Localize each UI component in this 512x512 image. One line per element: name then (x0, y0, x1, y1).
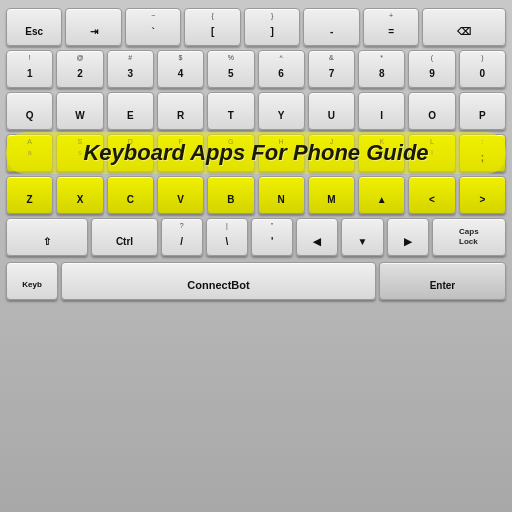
key-u[interactable]: U (308, 92, 355, 130)
bottom-bar: Keyb ConnectBot Enter (6, 262, 506, 300)
key-o[interactable]: O (408, 92, 455, 130)
key-l[interactable]: Ll (408, 134, 455, 172)
key-quote[interactable]: "' (251, 218, 293, 256)
row-2: !1 @2 #3 $4 %5 ^6 &7 *8 (9 )0 (6, 50, 506, 88)
key-8[interactable]: *8 (358, 50, 405, 88)
keyboard-container: Esc ⇥ ~` {[ }] - += ⌫ !1 @2 #3 $4 %5 ^6 … (0, 0, 512, 512)
key-k[interactable]: Kk (358, 134, 405, 172)
key-7[interactable]: &7 (308, 50, 355, 88)
row-6: ⇧ Ctrl ?/ |\ "' ◀ ▼ ▶ CapsLock (6, 218, 506, 256)
key-minus[interactable]: - (303, 8, 359, 46)
key-h[interactable]: Hh (258, 134, 305, 172)
key-r[interactable]: R (157, 92, 204, 130)
key-plus[interactable]: += (363, 8, 419, 46)
row-3: Q W E R T Y U I O P (6, 92, 506, 130)
key-connectbot[interactable]: ConnectBot (61, 262, 376, 300)
key-m[interactable]: M (308, 176, 355, 214)
key-c[interactable]: C (107, 176, 154, 214)
key-tab[interactable]: ⇥ (65, 8, 121, 46)
key-enter[interactable]: Enter (379, 262, 506, 300)
key-2[interactable]: @2 (56, 50, 103, 88)
key-0[interactable]: )0 (459, 50, 506, 88)
key-rbracket[interactable]: }] (244, 8, 300, 46)
key-lbracket[interactable]: {[ (184, 8, 240, 46)
key-p[interactable]: P (459, 92, 506, 130)
key-keyb[interactable]: Keyb (6, 262, 58, 300)
key-backspace[interactable]: ⌫ (422, 8, 506, 46)
key-x[interactable]: X (56, 176, 103, 214)
key-right[interactable]: ▶ (387, 218, 429, 256)
key-up[interactable]: ▲ (358, 176, 405, 214)
key-s[interactable]: Ss (56, 134, 103, 172)
key-backslash[interactable]: |\ (206, 218, 248, 256)
key-langle[interactable]: < (408, 176, 455, 214)
key-semi[interactable]: :; (459, 134, 506, 172)
key-esc[interactable]: Esc (6, 8, 62, 46)
key-9[interactable]: (9 (408, 50, 455, 88)
key-t[interactable]: T (207, 92, 254, 130)
key-q[interactable]: Q (6, 92, 53, 130)
key-z[interactable]: Z (6, 176, 53, 214)
key-g[interactable]: Gg (207, 134, 254, 172)
key-e[interactable]: E (107, 92, 154, 130)
key-6[interactable]: ^6 (258, 50, 305, 88)
key-3[interactable]: #3 (107, 50, 154, 88)
key-w[interactable]: W (56, 92, 103, 130)
key-y[interactable]: Y (258, 92, 305, 130)
key-slash[interactable]: ?/ (161, 218, 203, 256)
key-tilde[interactable]: ~` (125, 8, 181, 46)
key-caps-lock[interactable]: CapsLock (432, 218, 506, 256)
row-1: Esc ⇥ ~` {[ }] - += ⌫ (6, 8, 506, 46)
key-shift[interactable]: ⇧ (6, 218, 88, 256)
key-5[interactable]: %5 (207, 50, 254, 88)
row-4: Aa Ss Dd Ff Gg Hh Jj Kk Ll :; Keyboard A… (6, 134, 506, 172)
key-j[interactable]: Jj (308, 134, 355, 172)
key-a[interactable]: Aa (6, 134, 53, 172)
key-i[interactable]: I (358, 92, 405, 130)
key-down[interactable]: ▼ (341, 218, 383, 256)
key-d[interactable]: Dd (107, 134, 154, 172)
key-rangle[interactable]: > (459, 176, 506, 214)
key-b[interactable]: B (207, 176, 254, 214)
key-4[interactable]: $4 (157, 50, 204, 88)
key-ctrl[interactable]: Ctrl (91, 218, 157, 256)
key-n[interactable]: N (258, 176, 305, 214)
key-v[interactable]: V (157, 176, 204, 214)
key-f[interactable]: Ff (157, 134, 204, 172)
key-1[interactable]: !1 (6, 50, 53, 88)
row-5: Z X C V B N M ▲ < > (6, 176, 506, 214)
key-left[interactable]: ◀ (296, 218, 338, 256)
